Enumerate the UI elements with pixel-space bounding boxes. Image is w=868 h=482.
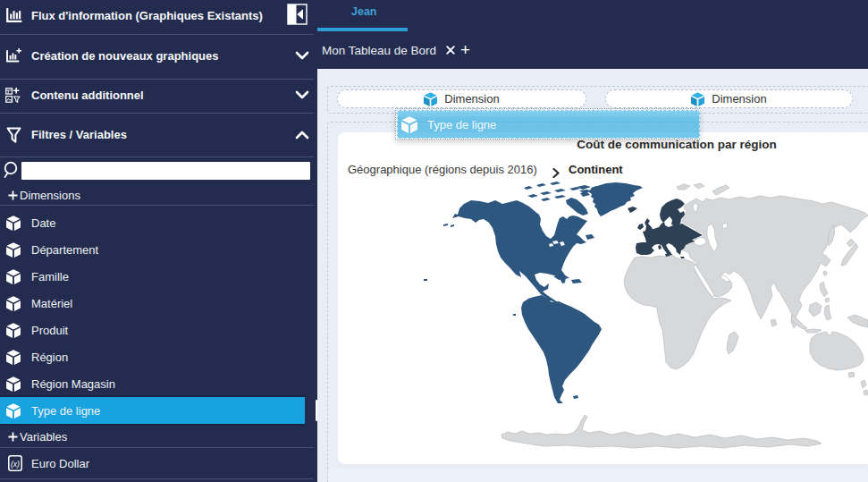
svg-text:(x): (x) (11, 460, 20, 469)
